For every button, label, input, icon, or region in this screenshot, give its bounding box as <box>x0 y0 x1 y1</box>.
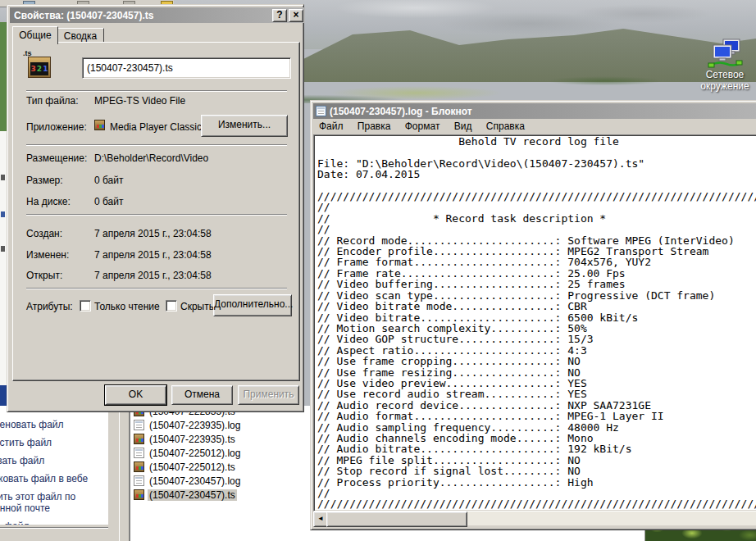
tab-page-general: .ts 3 2 1 (150407-230457).ts Тип файла: … <box>12 42 300 381</box>
sliver-text-fragment <box>1 175 5 180</box>
ts-file-icon <box>134 461 144 472</box>
separator <box>26 90 287 92</box>
menu-help[interactable]: Справка <box>480 120 531 133</box>
field-value: D:\Beholder\Record\Video <box>94 152 208 164</box>
app-icon <box>94 120 105 130</box>
menu-format[interactable]: Формат <box>399 120 446 133</box>
sliver-green <box>0 22 7 131</box>
file-row[interactable]: (150407-230457).log <box>134 475 242 487</box>
separator <box>26 214 287 216</box>
explorer-gap <box>108 406 119 541</box>
dialog-title: Свойства: (150407-230457).ts <box>14 10 272 21</box>
sliver-text-fragment <box>1 246 5 252</box>
field-label: Размещение: <box>26 152 87 164</box>
explorer-task-panel: Переименовать файл Переместить файл Копи… <box>0 406 109 525</box>
apply-button[interactable]: Применить <box>238 385 299 405</box>
field-value: 0 байт <box>94 196 123 207</box>
desktop: Сетевое окружение Переименовать файл Пер… <box>0 0 756 541</box>
divider <box>0 527 108 529</box>
field-label: Изменен: <box>26 249 69 261</box>
notepad-window: (150407-230457).log - Блокнот Файл Правк… <box>310 100 756 530</box>
network-places-label-line2: окружение <box>694 80 756 92</box>
file-row[interactable]: (150407-223935).ts <box>134 433 237 445</box>
file-name: (150407-223935).log <box>148 420 242 431</box>
field-label: Размер: <box>26 175 63 186</box>
readonly-label: Только чтение <box>94 301 160 312</box>
field-label: Тип файла: <box>26 95 79 107</box>
field-value: Media Player Classic - <box>110 121 207 133</box>
log-text: Behold TV record log file File: "D:\Beho… <box>314 135 756 510</box>
file-name: (150407-230457).ts <box>148 489 237 501</box>
help-icon[interactable]: ? <box>272 9 287 22</box>
file-row[interactable]: (150407-223935).log <box>134 419 242 431</box>
properties-dialog: Свойства: (150407-230457).ts ? × Сводка … <box>7 4 304 412</box>
file-row[interactable]: (150407-225012).log <box>134 447 242 459</box>
network-places-icon <box>707 38 743 69</box>
background-left-sliver <box>0 22 7 412</box>
file-row-selected[interactable]: (150407-230457).ts <box>134 489 237 501</box>
advanced-button[interactable]: Дополнительно... <box>213 294 292 316</box>
menu-file[interactable]: Файл <box>313 120 349 133</box>
filename-input[interactable]: (150407-230457).ts <box>82 57 291 79</box>
notepad-text-area[interactable]: Behold TV record log file File: "D:\Beho… <box>313 134 756 511</box>
attributes-label: Атрибуты: <box>26 301 73 312</box>
close-icon[interactable]: × <box>289 9 303 22</box>
digit-2: 2 <box>37 65 42 73</box>
log-file-icon <box>134 475 144 486</box>
notepad-app-icon <box>316 106 326 116</box>
explorer-bottom-strip <box>0 525 108 541</box>
clapperboard-icon: 3 2 1 <box>28 57 51 78</box>
menu-view[interactable]: Вид <box>449 120 478 133</box>
field-label: Открыт: <box>26 270 62 281</box>
notepad-titlebar[interactable]: (150407-230457).log - Блокнот <box>313 103 756 119</box>
log-file-icon <box>134 448 144 458</box>
file-name: (150407-223935).ts <box>148 434 237 445</box>
field-value: 7 апреля 2015 г., 23:04:58 <box>94 270 212 281</box>
task-link-move-file[interactable]: Переместить файл <box>0 437 107 448</box>
task-link-publish-file[interactable]: Опубликовать файл в вебе <box>0 473 107 484</box>
digit-1: 1 <box>43 65 48 73</box>
field-label: Приложение: <box>26 121 87 133</box>
notepad-hscrollbar[interactable]: ◄ <box>313 511 756 525</box>
file-name: (150407-230457).log <box>148 475 242 487</box>
field-value: 0 байт <box>94 175 123 186</box>
network-places-desktop-icon[interactable]: Сетевое окружение <box>694 38 756 92</box>
field-value: 7 апреля 2015 г., 23:04:58 <box>94 249 212 261</box>
file-name: (150407-225012).ts <box>148 461 237 473</box>
task-link-rename-file[interactable]: Переименовать файл <box>0 419 107 430</box>
task-link-copy-file[interactable]: Копировать файл <box>0 455 107 466</box>
sliver-text-fragment <box>1 211 5 217</box>
digit-3: 3 <box>31 65 36 73</box>
separator <box>26 288 287 289</box>
sliver-white <box>0 131 7 385</box>
readonly-checkbox[interactable] <box>80 300 91 311</box>
dialog-titlebar[interactable]: Свойства: (150407-230457).ts ? × <box>10 7 305 23</box>
field-label: Создан: <box>26 228 62 239</box>
cancel-button[interactable]: Отмена <box>171 385 233 405</box>
file-name: (150407-225012).log <box>148 448 242 459</box>
field-value: 7 апреля 2015 г., 23:04:58 <box>94 228 212 239</box>
change-app-button[interactable]: Изменить... <box>201 115 288 137</box>
scroll-thumb[interactable] <box>326 511 467 527</box>
separator <box>26 144 287 146</box>
ts-file-icon <box>134 434 144 444</box>
ts-file-icon <box>134 489 144 500</box>
file-row[interactable]: (150407-225012).ts <box>134 461 237 473</box>
menu-edit[interactable]: Правка <box>352 120 397 133</box>
network-places-label-line1: Сетевое <box>694 69 756 80</box>
explorer-splitter[interactable] <box>119 406 130 541</box>
tab-general[interactable]: Общие <box>12 26 58 44</box>
ts-file-type-icon: .ts 3 2 1 <box>23 49 52 79</box>
ok-button[interactable]: OK <box>105 385 166 405</box>
notepad-menubar: Файл Правка Формат Вид Справка <box>313 120 756 134</box>
field-label: На диске: <box>26 196 71 207</box>
log-file-icon <box>134 420 144 430</box>
task-link-email-file[interactable]: Отправить этот файл по электронной почте <box>0 491 107 514</box>
field-value: MPEG-TS Video File <box>94 95 185 107</box>
notepad-title: (150407-230457).log - Блокнот <box>330 106 472 117</box>
hidden-checkbox[interactable] <box>166 300 177 311</box>
